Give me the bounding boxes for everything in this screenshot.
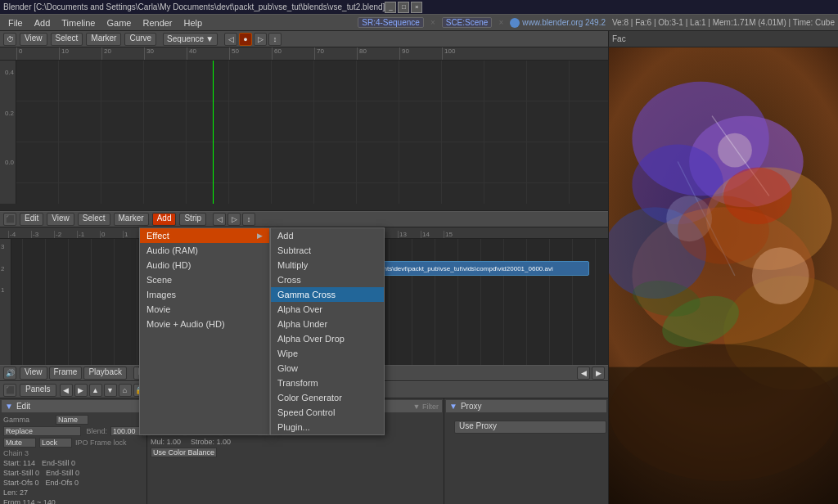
seq-strip-button[interactable]: Strip bbox=[179, 213, 206, 226]
seq-add-button[interactable]: Add bbox=[152, 213, 177, 226]
edit-panel: ▼ Edit Gamma Name Replace Blend: 100.00 … bbox=[0, 398, 147, 504]
record-icon[interactable]: ● bbox=[239, 33, 252, 46]
expand-icon[interactable]: ↕ bbox=[268, 33, 282, 46]
svg-point-15 bbox=[678, 196, 769, 264]
menu-movie-audio[interactable]: Movie + Audio (HD) bbox=[140, 317, 269, 331]
blender-stats: Ve:8 | Fa:6 | Ob:3-1 | La:1 | Mem:1.71M … bbox=[612, 18, 835, 27]
sequence-header: ⬛ Edit View Select Marker Add Strip ◁ ▷ … bbox=[0, 211, 608, 227]
pb-playback-button[interactable]: Playback bbox=[83, 367, 127, 380]
pb-frame-button[interactable]: Frame bbox=[49, 367, 83, 380]
effect-label: Effect bbox=[146, 231, 169, 241]
menu-add[interactable]: Add bbox=[29, 17, 56, 29]
panel-up-btn[interactable]: ▲ bbox=[89, 384, 102, 397]
ofs-row: Start-Ofs 0 End-Ofs 0 bbox=[2, 478, 145, 488]
right-panel: Fac bbox=[609, 31, 838, 504]
panel-home-btn[interactable]: ⌂ bbox=[119, 384, 132, 397]
submenu-glow[interactable]: Glow bbox=[271, 361, 384, 376]
seq-tool3[interactable]: ↕ bbox=[242, 213, 255, 226]
submenu-cross[interactable]: Cross bbox=[271, 272, 384, 287]
menu-render[interactable]: Render bbox=[137, 17, 177, 29]
submenu-speed-control[interactable]: Speed Control bbox=[271, 405, 384, 420]
close-button[interactable]: × bbox=[411, 2, 422, 13]
seq-ruler-m2: -2 bbox=[54, 231, 61, 238]
main-context-menu: Effect ▶ Audio (RAM) Audio (HD) Scene Im… bbox=[139, 227, 270, 435]
info-stats: SR:4-Sequence × SCE:Scene × www.blender.… bbox=[358, 17, 835, 28]
menu-timeline[interactable]: Timeline bbox=[56, 17, 100, 29]
context-sce[interactable]: SCE:Scene bbox=[442, 17, 493, 28]
pb-view-button[interactable]: View bbox=[20, 367, 47, 380]
submenu-alpha-under[interactable]: Alpha Under bbox=[271, 317, 384, 331]
context-sr4[interactable]: SR:4-Sequence bbox=[358, 17, 424, 28]
submenu-gamma-cross[interactable]: Gamma Cross bbox=[271, 287, 384, 302]
seq-tool1[interactable]: ◁ bbox=[213, 213, 226, 226]
ruler-90: 90 bbox=[399, 47, 409, 60]
panels-header-icon[interactable]: ⬛ bbox=[3, 384, 16, 397]
pb-audio-controls: ◀ ▶ bbox=[577, 367, 605, 380]
fac-label: Fac bbox=[612, 34, 626, 43]
submenu-transform[interactable]: Transform bbox=[271, 376, 384, 390]
gamma-name-row: Gamma Name bbox=[2, 414, 145, 425]
panel-right-btn[interactable]: ▶ bbox=[74, 384, 88, 397]
mute-lock-row: Mute Lock IPO Frame lock bbox=[2, 437, 145, 448]
seq-row-1: 1 bbox=[1, 286, 4, 294]
speaker-icon[interactable]: 🔊 bbox=[3, 367, 16, 380]
submenu-plugin[interactable]: Plugin... bbox=[271, 420, 384, 434]
curve-button[interactable]: Curve bbox=[124, 33, 156, 46]
submenu-alpha-over[interactable]: Alpha Over bbox=[271, 302, 384, 317]
submenu-alpha-over-drop[interactable]: Alpha Over Drop bbox=[271, 331, 384, 346]
menu-game[interactable]: Game bbox=[101, 17, 136, 29]
y-label-02: 0.2 bbox=[5, 110, 14, 117]
ruler-30: 30 bbox=[144, 47, 154, 60]
seq-view-button[interactable]: View bbox=[47, 213, 74, 226]
submenu-add[interactable]: Add bbox=[271, 228, 384, 243]
timeline-ruler: 0 10 20 30 40 50 60 70 80 90 100 bbox=[0, 47, 608, 61]
preview-svg bbox=[609, 47, 838, 504]
frame-next-icon[interactable]: ▷ bbox=[254, 33, 267, 46]
menu-audio-hd[interactable]: Audio (HD) bbox=[140, 258, 269, 272]
sequence-icon[interactable]: ⬛ bbox=[3, 213, 16, 226]
menu-help[interactable]: Help bbox=[179, 17, 208, 29]
view-button[interactable]: View bbox=[20, 33, 47, 46]
panels-button[interactable]: Panels bbox=[20, 384, 56, 397]
use-proxy-btn[interactable]: Use Proxy bbox=[454, 421, 606, 434]
seq-edit-button[interactable]: Edit bbox=[20, 213, 43, 226]
menu-movie[interactable]: Movie bbox=[140, 302, 269, 317]
timeline-body: 0.4 0.2 0.0 bbox=[0, 61, 608, 204]
seq-marker-button[interactable]: Marker bbox=[114, 213, 149, 226]
top-menu-bar: File Add Timeline Game Render Help SR:4-… bbox=[0, 15, 838, 31]
select-button[interactable]: Select bbox=[51, 33, 83, 46]
submenu-subtract[interactable]: Subtract bbox=[271, 243, 384, 258]
pb-audio-next[interactable]: ▶ bbox=[592, 367, 605, 380]
menu-effect-item[interactable]: Effect ▶ bbox=[140, 228, 269, 243]
edit-panel-header: ▼ Edit bbox=[2, 400, 145, 412]
panel-down-btn[interactable]: ▼ bbox=[104, 384, 117, 397]
use-proxy-button[interactable]: Use Proxy bbox=[454, 421, 606, 434]
minimize-button[interactable]: _ bbox=[385, 2, 396, 13]
submenu-color-generator[interactable]: Color Generator bbox=[271, 390, 384, 405]
view-controls: View Frame Playback bbox=[20, 367, 127, 380]
pb-audio-prev[interactable]: ◀ bbox=[577, 367, 590, 380]
seq-tool2[interactable]: ▷ bbox=[228, 213, 241, 226]
window-controls: _ □ × bbox=[385, 2, 422, 13]
seq-tools: ◁ ▷ ↕ bbox=[213, 213, 255, 226]
menu-images[interactable]: Images bbox=[140, 287, 269, 302]
ruler-0: 0 bbox=[16, 47, 22, 60]
submenu-multiply[interactable]: Multiply bbox=[271, 258, 384, 272]
start-end-row: Start: 114 End-Still 0 bbox=[2, 458, 145, 468]
sequence-dropdown[interactable]: Sequence ▼ bbox=[163, 33, 218, 46]
title-text: Blender [C:\Documents and Settings\Carla… bbox=[3, 2, 385, 11]
svg-point-11 bbox=[752, 247, 809, 304]
panel-left-btn[interactable]: ◀ bbox=[60, 384, 73, 397]
menu-audio-ram[interactable]: Audio (RAM) bbox=[140, 243, 269, 258]
seq-select-button[interactable]: Select bbox=[78, 213, 110, 226]
menu-scene[interactable]: Scene bbox=[140, 272, 269, 287]
submenu-wipe[interactable]: Wipe bbox=[271, 346, 384, 361]
y-label-04: 0.4 bbox=[5, 69, 14, 76]
ruler-40: 40 bbox=[187, 47, 196, 60]
maximize-button[interactable]: □ bbox=[398, 2, 409, 13]
marker-button[interactable]: Marker bbox=[86, 33, 121, 46]
timeline-icon[interactable]: ⏱ bbox=[3, 33, 16, 46]
frame-prev-icon[interactable]: ◁ bbox=[224, 33, 237, 46]
main-content: ⏱ View Select Marker Curve Sequence ▼ ◁ … bbox=[0, 31, 838, 504]
menu-file[interactable]: File bbox=[3, 17, 28, 29]
